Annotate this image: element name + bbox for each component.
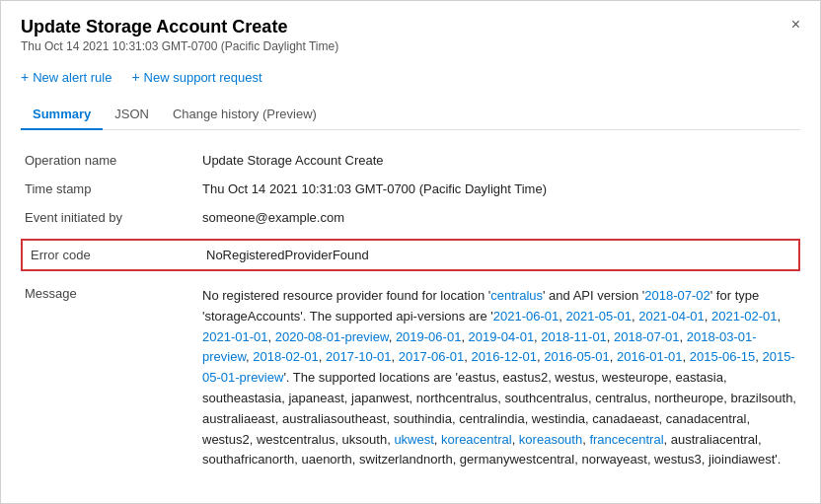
api-2018-11-01-link[interactable]: 2018-11-01 — [541, 329, 607, 344]
new-support-label: New support request — [144, 70, 262, 85]
plus-icon: + — [21, 69, 29, 85]
dialog-title: Update Storage Account Create — [21, 17, 338, 37]
operation-name-row: Operation name Update Storage Account Cr… — [21, 146, 800, 175]
api-2017-10-01-link[interactable]: 2017-10-01 — [326, 349, 392, 364]
error-code-label: Error code — [21, 239, 198, 271]
error-code-value: NoRegisteredProviderFound — [198, 239, 800, 271]
api-2015-06-15-link[interactable]: 2015-06-15 — [690, 349, 756, 364]
operation-name-label: Operation name — [21, 146, 198, 175]
title-block: Update Storage Account Create Thu Oct 14… — [21, 17, 338, 65]
time-stamp-label: Time stamp — [21, 175, 198, 203]
api-2016-12-01-link[interactable]: 2016-12-01 — [472, 349, 538, 364]
message-text: No registered resource provider found fo… — [202, 288, 796, 467]
time-stamp-value: Thu Oct 14 2021 10:31:03 GMT-0700 (Pacif… — [198, 175, 800, 203]
close-button[interactable]: × — [791, 17, 800, 33]
koreacentral-link[interactable]: koreacentral — [441, 432, 512, 447]
api-2019-04-01-link[interactable]: 2019-04-01 — [469, 329, 535, 344]
ukwest-link[interactable]: ukwest — [394, 432, 433, 447]
tab-json[interactable]: JSON — [103, 99, 161, 129]
event-initiated-row: Event initiated by someone@example.com — [21, 203, 800, 232]
api-2017-06-01-link[interactable]: 2017-06-01 — [399, 349, 465, 364]
toolbar: + New alert rule + New support request — [21, 69, 800, 85]
centralus-link[interactable]: centralus — [490, 288, 543, 303]
plus-icon-2: + — [131, 69, 139, 85]
tab-change-history[interactable]: Change history (Preview) — [161, 99, 329, 129]
api-2021-04-01-link[interactable]: 2021-04-01 — [638, 309, 705, 324]
api-2018-07-01-link[interactable]: 2018-07-01 — [614, 329, 680, 344]
api-2021-05-01-link[interactable]: 2021-05-01 — [566, 309, 633, 324]
message-row: Message No registered resource provider … — [21, 278, 800, 477]
new-alert-rule-button[interactable]: + New alert rule — [21, 69, 112, 85]
api-2020-08-01-link[interactable]: 2020-08-01-preview — [275, 329, 389, 344]
new-support-request-button[interactable]: + New support request — [131, 69, 261, 85]
error-code-row: Error code NoRegisteredProviderFound — [21, 239, 800, 271]
api-2019-06-01-link[interactable]: 2019-06-01 — [396, 329, 462, 344]
new-alert-label: New alert rule — [33, 70, 112, 85]
event-initiated-label: Event initiated by — [21, 203, 198, 232]
dialog-header: Update Storage Account Create Thu Oct 14… — [21, 17, 800, 65]
message-label: Message — [21, 278, 198, 477]
api-2021-06-01-link[interactable]: 2021-06-01 — [493, 309, 560, 324]
dialog-subtitle: Thu Oct 14 2021 10:31:03 GMT-0700 (Pacif… — [21, 39, 338, 53]
api-version-link[interactable]: 2018-07-02 — [644, 288, 710, 303]
api-2021-02-01-link[interactable]: 2021-02-01 — [711, 309, 778, 324]
message-value: No registered resource provider found fo… — [198, 278, 800, 477]
operation-name-value: Update Storage Account Create — [198, 146, 800, 175]
message-table: Message No registered resource provider … — [21, 278, 800, 477]
francecentral-link[interactable]: francecentral — [589, 432, 663, 447]
api-2021-01-01-link[interactable]: 2021-01-01 — [202, 329, 268, 344]
dialog: Update Storage Account Create Thu Oct 14… — [0, 0, 821, 504]
api-2016-01-01-link[interactable]: 2016-01-01 — [617, 349, 683, 364]
event-initiated-value: someone@example.com — [198, 203, 800, 232]
api-2018-02-01-link[interactable]: 2018-02-01 — [253, 349, 319, 364]
tab-bar: Summary JSON Change history (Preview) — [21, 99, 800, 130]
summary-table: Operation name Update Storage Account Cr… — [21, 146, 800, 232]
koreasouth-link[interactable]: koreasouth — [519, 432, 582, 447]
time-stamp-row: Time stamp Thu Oct 14 2021 10:31:03 GMT-… — [21, 175, 800, 203]
api-2016-05-01-link[interactable]: 2016-05-01 — [544, 349, 610, 364]
tab-summary[interactable]: Summary — [21, 99, 103, 129]
